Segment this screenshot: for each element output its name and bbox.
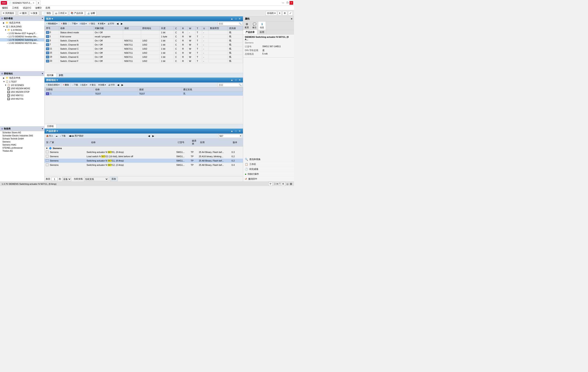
- topo-nav-forward[interactable]: ▶: [120, 22, 124, 25]
- topo-table-row[interactable]: O19 Switch, Channel E On / Off N567/11 1…: [45, 55, 243, 59]
- close-project-button[interactable]: ✕ 关闭项目: [1, 11, 16, 16]
- qa-workspace[interactable]: 📋 工作区: [243, 162, 294, 167]
- group-tree-scenes[interactable]: ▼ 📋 1/0 SCENES: [0, 83, 44, 87]
- undo-button[interactable]: ↩ 撤消: [18, 11, 28, 16]
- diagnose-button[interactable]: 🔬 诊断: [86, 11, 96, 16]
- product-search-clear[interactable]: ✕: [239, 135, 242, 137]
- maximize-button[interactable]: ❐: [285, 1, 289, 5]
- props-close-icon[interactable]: ✕: [291, 18, 292, 20]
- add-tab-button[interactable]: +: [37, 1, 41, 5]
- menu-diagnose[interactable]: 诊断D: [34, 6, 42, 10]
- tree-item-siemens-venetian[interactable]: ▪ 1.3.73 SIEMENS Venetian blin...: [0, 35, 44, 38]
- col-name[interactable]: 名称: [59, 26, 93, 31]
- col-prio[interactable]: 优先级: [228, 26, 243, 31]
- col-group[interactable]: 群组地址: [141, 26, 160, 31]
- product-close-btn[interactable]: ✕: [238, 129, 241, 133]
- group-collapse-btn[interactable]: ▲: [230, 78, 234, 82]
- group-table-row[interactable]: G 1 TEST TEST 无: [45, 92, 243, 96]
- product-sort-icon[interactable]: ▾: [42, 128, 43, 130]
- product-download-btn[interactable]: ↓ 下载: [59, 134, 66, 138]
- topo-table-row[interactable]: O3 Switch, Channel A On / Off N567/11 1/…: [45, 39, 243, 43]
- catalog-button[interactable]: 📚 产品目录: [69, 11, 84, 16]
- tab-scenes[interactable]: 📄 SCENES TEST-2... ✕: [7, 0, 36, 5]
- col-r[interactable]: R: [181, 26, 188, 31]
- menu-workspace[interactable]: 工作区: [11, 6, 20, 10]
- product-group-siemens[interactable]: ▼ 🔷 Siemens: [44, 146, 243, 150]
- group-tree-move[interactable]: 🔲 1/0/0 N523/04 MOVE: [0, 87, 44, 90]
- group-delete-btn[interactable]: ✕ 删除: [62, 83, 70, 86]
- topo-table-row[interactable]: O23 Switch, Channel F On / Off N567/11 1…: [45, 59, 243, 63]
- topo-search-icon[interactable]: 🔍: [238, 22, 242, 25]
- product-siemens-item[interactable]: Siemens: [0, 140, 44, 143]
- close-window-button[interactable]: ✕: [290, 1, 293, 5]
- group-reset-btn[interactable]: ↺ 复位: [89, 83, 96, 86]
- topo-table-row[interactable]: O15 Switch, Channel D On / Off N567/11 1…: [45, 51, 243, 55]
- add-channel-btn[interactable]: + 增加频道 ▾: [45, 22, 58, 25]
- group-restore-btn[interactable]: □: [235, 78, 237, 82]
- topo-print-btn[interactable]: 🖨 打印: [107, 22, 115, 25]
- col-c[interactable]: C: [174, 26, 181, 31]
- topo-unload-btn[interactable]: ⬆ 卸载 ▾: [97, 22, 106, 25]
- product-schneider[interactable]: Schneider Electric Industries SAS: [0, 134, 44, 137]
- product-storen[interactable]: Schenker Storen AG: [0, 131, 44, 134]
- group-search-input[interactable]: [218, 84, 238, 86]
- qa-undo-history[interactable]: ↺ 撤消历中: [243, 177, 294, 181]
- qa-execute[interactable]: ● 待执行操作: [243, 172, 294, 177]
- topo-tab-params[interactable]: 参数: [56, 73, 66, 77]
- prop-tab-notes[interactable]: 💬 备注: [251, 22, 258, 30]
- props-sub-tab-catalog[interactable]: 产品目录: [243, 30, 257, 34]
- prop-tab-config[interactable]: ⚙ 配置: [243, 22, 251, 30]
- group-sort-icon[interactable]: ▾: [42, 72, 43, 75]
- menu-edit[interactable]: 编辑E: [1, 6, 9, 10]
- toolbar-info-button[interactable]: ℹ: [278, 11, 282, 16]
- topo-table-row[interactable]: O1 8-bit scene recall / program 1 byte C…: [45, 34, 243, 39]
- group-unload-btn[interactable]: ⬆ 卸载 ▾: [97, 83, 106, 86]
- group-tree-n567[interactable]: 🔲 1/0/2 N567/11: [0, 94, 44, 97]
- tree-item-siemens-dim[interactable]: ▪ 1.3.82 SIEMENS N527/31 dim...: [0, 42, 44, 45]
- col-len[interactable]: 长度: [160, 26, 174, 31]
- col-t[interactable]: T: [195, 26, 202, 31]
- add-button[interactable]: 添加: [110, 177, 118, 181]
- product-restore-btn[interactable]: □: [235, 129, 237, 133]
- device-select[interactable]: 设备: [62, 177, 71, 181]
- group-tab-main[interactable]: 主群组: [44, 124, 56, 128]
- product-table-row[interactable]: Siemens Switching actuator N 567/11, (8 …: [44, 159, 243, 163]
- topo-info-btn[interactable]: ℹ 信息 ▾: [79, 22, 87, 25]
- branch-select[interactable]: 当前支线: [84, 177, 108, 181]
- col-seqno[interactable]: 序号: [45, 26, 59, 31]
- group-info-btn[interactable]: ℹ 信息 ▾: [80, 83, 88, 86]
- product-cloud-btn[interactable]: ☁: [55, 135, 58, 137]
- product-theben[interactable]: Theben AG: [0, 149, 44, 152]
- auto-button[interactable]: 自动的 ▾: [266, 11, 277, 16]
- product-import-btn[interactable]: 📥 导入: [45, 134, 54, 138]
- product-table-row[interactable]: Siemens Switching actuator N 567/01, (8 …: [44, 150, 243, 154]
- col-desc[interactable]: 描述: [123, 26, 141, 31]
- topo-tab-objects[interactable]: 组对象: [44, 73, 56, 77]
- minimize-button[interactable]: —: [281, 1, 285, 5]
- toolbar-expand-button[interactable]: ⤢: [288, 11, 293, 16]
- gcol-name[interactable]: 名称: [94, 88, 138, 92]
- product-collapse-btn[interactable]: ▲: [230, 129, 234, 133]
- tree-item-siemens-switching[interactable]: ▪ 1.3.76 SIEMENS Switching act...: [0, 38, 44, 42]
- gcol-branch[interactable]: 通过支线: [182, 88, 243, 92]
- topology-collapse-btn[interactable]: ▲: [230, 17, 234, 21]
- product-table-row[interactable]: Siemens Load switch N 567/22 (16-fold), …: [44, 154, 243, 159]
- group-close-btn[interactable]: ✕: [238, 78, 241, 82]
- tree-item-building[interactable]: ▼ 🏢 1 BUILDING: [0, 25, 44, 28]
- product-schrack[interactable]: Schrack Technik GmbH: [0, 137, 44, 140]
- topo-reset-btn[interactable]: ↺ 复位: [88, 22, 96, 25]
- col-w[interactable]: W: [188, 26, 195, 31]
- gcol-main[interactable]: 主群组: [45, 88, 94, 92]
- group-download-btn[interactable]: ↓ 下载: [72, 83, 79, 86]
- group-tree-n527[interactable]: 🔲 1/0/3 N527/31: [0, 97, 44, 101]
- lang-zh[interactable]: 中: [268, 182, 273, 186]
- tree-item-dynamic-folder[interactable]: ▶ 📁 动态文件夹: [0, 21, 44, 25]
- group-tree-stop[interactable]: 🔲 1/0/1 N523/04 STOP: [0, 90, 44, 94]
- prop-tab-info[interactable]: ℹ 信息: [258, 22, 266, 30]
- group-nav-back[interactable]: ◀: [116, 83, 120, 86]
- product-steinel[interactable]: STEINEL professional: [0, 146, 44, 149]
- product-nav-back[interactable]: ◀: [147, 134, 151, 138]
- group-print-btn[interactable]: 🖨 打印: [107, 83, 116, 86]
- menu-run[interactable]: 试运行C: [22, 6, 32, 10]
- topo-table-row[interactable]: O7 Switch, Channel B On / Off N567/11 1/…: [45, 43, 243, 47]
